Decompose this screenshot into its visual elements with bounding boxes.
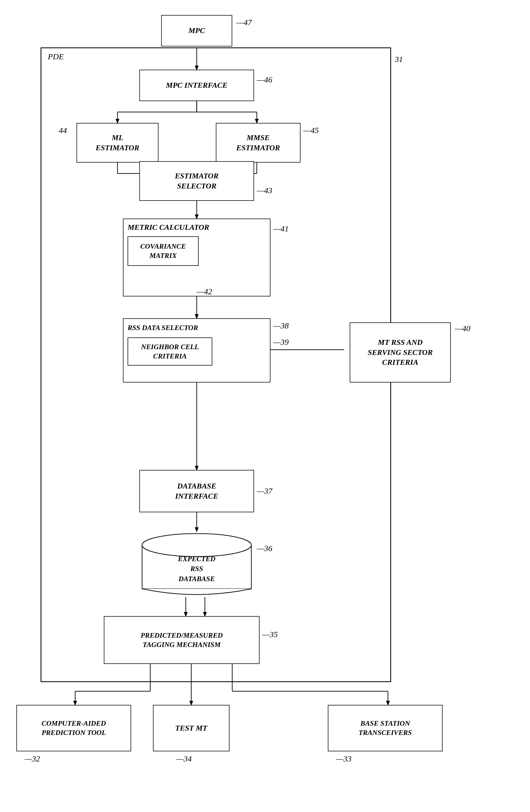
ref39-label: —39: [273, 337, 289, 347]
ref34-label: —34: [176, 754, 192, 763]
ref45-label: —45: [303, 126, 319, 135]
predicted-measured-box: PREDICTED/MEASURED TAGGING MECHANISM: [104, 616, 260, 664]
computer-aided-box: COMPUTER-AIDED PREDICTION TOOL: [16, 705, 131, 751]
database-interface-box: DATABASE INTERFACE: [139, 470, 254, 512]
test-mt-box: TEST MT: [153, 705, 230, 751]
ref38-label: —38: [273, 321, 289, 330]
mt-rss-serving-box: MT RSS AND SERVING SECTOR CRITERIA: [350, 322, 451, 382]
expected-rss-database-cylinder: EXPECTEDRSSDATABASE: [139, 532, 254, 598]
ref43-label: —43: [257, 186, 273, 195]
estimator-selector-box: ESTIMATOR SELECTOR: [139, 161, 254, 201]
ref31-label: 31: [395, 55, 403, 64]
base-station-box: BASE STATION TRANSCEIVERS: [328, 705, 443, 751]
ref37-label: —37: [257, 486, 273, 496]
ref41-label: —41: [273, 224, 289, 233]
pde-label: PDE: [48, 52, 64, 61]
ref36-label: —36: [257, 544, 273, 553]
ml-estimator-box: ML ESTIMATOR: [76, 123, 159, 162]
ref42-label: —42: [197, 287, 212, 296]
ref32-label: —32: [25, 754, 40, 763]
ref40-label: —40: [455, 324, 470, 333]
svg-point-42: [142, 534, 251, 556]
ref46-label: —46: [257, 75, 273, 84]
arrows-svg: [0, 0, 530, 812]
ref35-label: —35: [262, 630, 278, 639]
neighbor-cell-criteria-inner: NEIGHBOR CELLCRITERIA: [128, 337, 212, 366]
mmse-estimator-box: MMSE ESTIMATOR: [216, 123, 300, 162]
ref47-label: —47: [236, 18, 252, 27]
covariance-matrix-inner: COVARIANCEMATRIX: [128, 236, 198, 266]
mpc-interface-box: MPC INTERFACE: [139, 70, 254, 101]
diagram-container: PDE 31 MPC —47 MPC INTERFACE —46 ML ESTI…: [0, 0, 530, 812]
mpc-box: MPC: [161, 15, 232, 46]
ref33-label: —33: [336, 754, 352, 763]
metric-calculator-box: METRIC CALCULATOR COVARIANCEMATRIX: [123, 219, 270, 296]
ref44-label: 44: [59, 126, 67, 135]
rss-data-selector-box: RSS DATA SELECTOR NEIGHBOR CELLCRITERIA: [123, 318, 270, 382]
